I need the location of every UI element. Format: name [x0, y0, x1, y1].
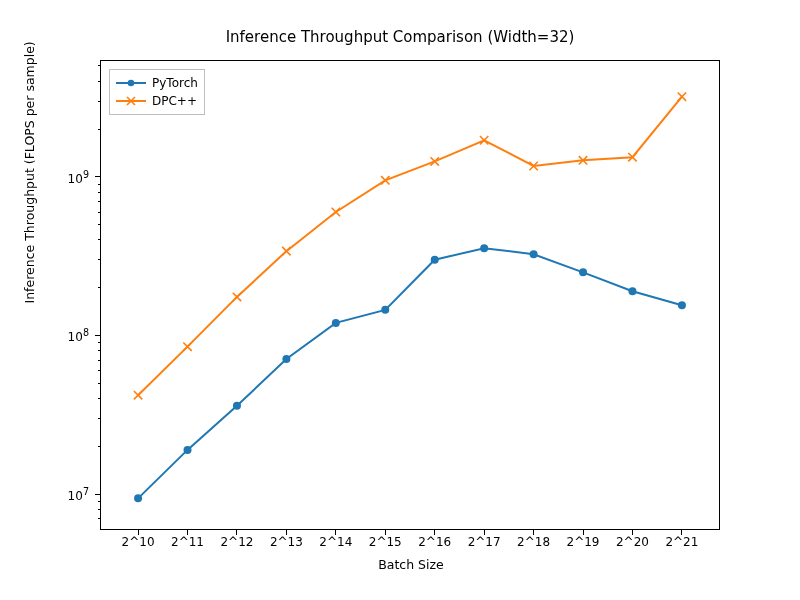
data-point: [233, 402, 241, 410]
x-tick-label: 2^19: [567, 535, 600, 549]
axes: PyTorch DPC++ 2^102^112^122^132^142^152^…: [100, 60, 720, 530]
data-point: [282, 355, 290, 363]
legend-entry-pytorch: PyTorch: [116, 74, 198, 92]
y-minor-tick: [98, 383, 101, 384]
x-tick-label: 2^15: [369, 535, 402, 549]
x-axis-label: Batch Size: [101, 557, 721, 572]
data-point: [381, 306, 389, 314]
y-minor-tick: [98, 224, 101, 225]
x-tick-label: 2^12: [220, 535, 253, 549]
y-tick: [95, 176, 101, 177]
data-point: [134, 391, 142, 399]
data-point: [530, 250, 538, 258]
data-point: [332, 208, 340, 216]
svg-point-0: [128, 80, 135, 87]
legend-label-pytorch: PyTorch: [152, 76, 198, 90]
y-minor-tick: [98, 518, 101, 519]
y-axis-label: Inference Throughput (FLOPS per sample): [22, 41, 37, 303]
x-tick-label: 2^17: [468, 535, 501, 549]
data-point: [431, 157, 439, 165]
y-minor-tick: [98, 259, 101, 260]
y-minor-tick: [98, 370, 101, 371]
y-minor-tick: [98, 81, 101, 82]
y-tick-label: 109: [68, 168, 89, 185]
y-minor-tick: [98, 65, 101, 66]
y-tick: [95, 494, 101, 495]
data-point: [332, 319, 340, 327]
data-point: [628, 287, 636, 295]
x-tick-label: 2^13: [270, 535, 303, 549]
y-minor-tick: [98, 184, 101, 185]
y-minor-tick: [98, 350, 101, 351]
y-minor-tick: [98, 239, 101, 240]
legend-swatch-dpcpp: [116, 94, 146, 108]
data-point: [183, 342, 191, 350]
y-minor-tick: [98, 129, 101, 130]
data-point: [381, 176, 389, 184]
y-minor-tick: [98, 446, 101, 447]
x-tick-label: 2^16: [418, 535, 451, 549]
data-point: [480, 136, 488, 144]
y-minor-tick: [98, 287, 101, 288]
y-minor-tick: [98, 360, 101, 361]
y-tick-label: 107: [68, 486, 89, 503]
x-tick-label: 2^10: [122, 535, 155, 549]
y-minor-tick: [98, 509, 101, 510]
figure: Inference Throughput Comparison (Width=3…: [0, 0, 800, 600]
data-point: [579, 268, 587, 276]
data-point: [282, 247, 290, 255]
y-minor-tick: [98, 342, 101, 343]
x-tick-label: 2^11: [171, 535, 204, 549]
y-minor-tick: [98, 398, 101, 399]
y-minor-tick: [98, 212, 101, 213]
data-point: [480, 244, 488, 252]
y-minor-tick: [98, 201, 101, 202]
y-tick: [95, 335, 101, 336]
y-minor-tick: [98, 418, 101, 419]
y-minor-tick: [98, 501, 101, 502]
legend-label-dpcpp: DPC++: [152, 94, 197, 108]
legend-entry-dpcpp: DPC++: [116, 92, 198, 110]
data-point: [134, 494, 142, 502]
x-tick-label: 2^20: [616, 535, 649, 549]
legend: PyTorch DPC++: [109, 69, 205, 115]
legend-swatch-pytorch: [116, 76, 146, 90]
data-point: [184, 446, 192, 454]
data-point: [678, 92, 686, 100]
x-tick-label: 2^18: [517, 535, 550, 549]
data-point: [678, 301, 686, 309]
data-point: [233, 293, 241, 301]
plot-area: [101, 61, 719, 529]
chart-title: Inference Throughput Comparison (Width=3…: [0, 28, 800, 46]
series-line: [138, 248, 682, 498]
series-line: [138, 97, 682, 396]
x-tick-label: 2^14: [319, 535, 352, 549]
data-point: [431, 256, 439, 264]
x-tick-label: 2^21: [665, 535, 698, 549]
y-minor-tick: [98, 192, 101, 193]
y-tick-label: 108: [68, 327, 89, 344]
y-minor-tick: [98, 101, 101, 102]
